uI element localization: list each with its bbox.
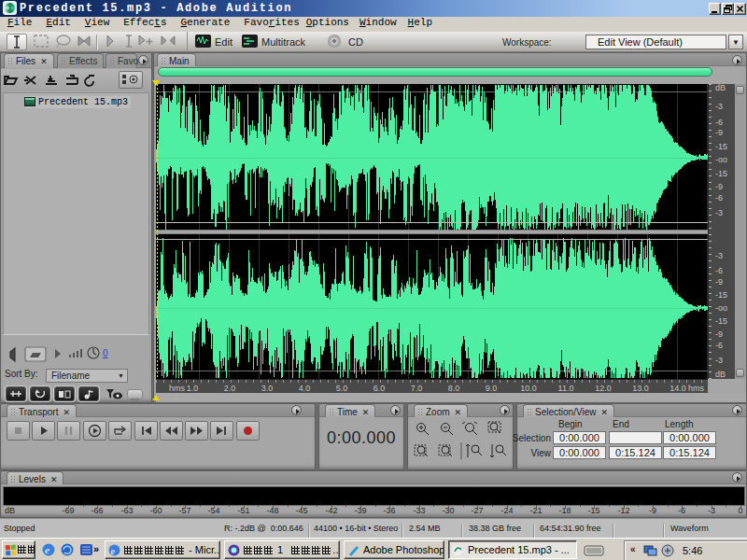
svg-text:e: e <box>111 546 116 556</box>
svg-text:e: e <box>45 544 49 555</box>
svg-text:0: 0 <box>103 348 108 358</box>
